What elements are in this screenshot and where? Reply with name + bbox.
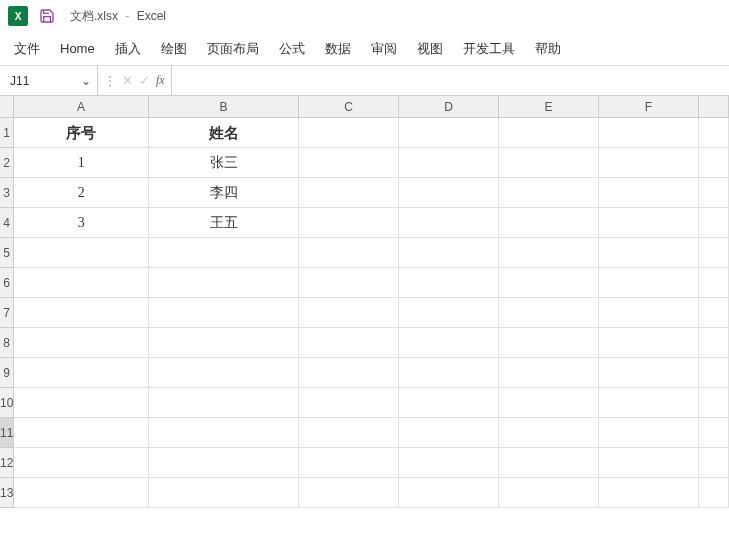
cell-B1[interactable]: 姓名 <box>149 118 299 148</box>
cell-E1[interactable] <box>499 118 599 148</box>
select-all-corner[interactable] <box>0 96 14 118</box>
cell-E5[interactable] <box>499 238 599 268</box>
cell-A5[interactable] <box>14 238 149 268</box>
cell-D3[interactable] <box>399 178 499 208</box>
cell-E8[interactable] <box>499 328 599 358</box>
row-header-8[interactable]: 8 <box>0 328 14 358</box>
column-header-E[interactable]: E <box>499 96 599 118</box>
cell-A4[interactable]: 3 <box>14 208 149 238</box>
cell-C8[interactable] <box>299 328 399 358</box>
row-header-13[interactable]: 13 <box>0 478 14 508</box>
cell-A10[interactable] <box>14 388 149 418</box>
ribbon-tab-view[interactable]: 视图 <box>417 34 443 64</box>
cell-F13[interactable] <box>599 478 699 508</box>
cell-C4[interactable] <box>299 208 399 238</box>
cell-E3[interactable] <box>499 178 599 208</box>
cell-B7[interactable] <box>149 298 299 328</box>
cell-E6[interactable] <box>499 268 599 298</box>
cell-D10[interactable] <box>399 388 499 418</box>
row-header-7[interactable]: 7 <box>0 298 14 328</box>
ribbon-tab-data[interactable]: 数据 <box>325 34 351 64</box>
cell-A3[interactable]: 2 <box>14 178 149 208</box>
cell-B12[interactable] <box>149 448 299 478</box>
cell-C6[interactable] <box>299 268 399 298</box>
formula-input[interactable] <box>172 66 729 95</box>
cell-A12[interactable] <box>14 448 149 478</box>
row-header-11[interactable]: 11 <box>0 418 14 448</box>
cell-F11[interactable] <box>599 418 699 448</box>
row-header-12[interactable]: 12 <box>0 448 14 478</box>
cell-C5[interactable] <box>299 238 399 268</box>
cell-F9[interactable] <box>599 358 699 388</box>
cell-E11[interactable] <box>499 418 599 448</box>
cell-D7[interactable] <box>399 298 499 328</box>
cell-D11[interactable] <box>399 418 499 448</box>
cell-E13[interactable] <box>499 478 599 508</box>
cell-C7[interactable] <box>299 298 399 328</box>
cell-F12[interactable] <box>599 448 699 478</box>
cell-F2[interactable] <box>599 148 699 178</box>
cell-E4[interactable] <box>499 208 599 238</box>
cell-E10[interactable] <box>499 388 599 418</box>
cell-A2[interactable]: 1 <box>14 148 149 178</box>
cell-C3[interactable] <box>299 178 399 208</box>
row-header-2[interactable]: 2 <box>0 148 14 178</box>
ribbon-tab-insert[interactable]: 插入 <box>115 34 141 64</box>
chevron-down-icon[interactable]: ⌄ <box>79 74 93 88</box>
cell-B4[interactable]: 王五 <box>149 208 299 238</box>
ribbon-tab-review[interactable]: 审阅 <box>371 34 397 64</box>
cell-D12[interactable] <box>399 448 499 478</box>
ribbon-tab-draw[interactable]: 绘图 <box>161 34 187 64</box>
cell-D4[interactable] <box>399 208 499 238</box>
cell-B10[interactable] <box>149 388 299 418</box>
cell-A11[interactable] <box>14 418 149 448</box>
column-header-F[interactable]: F <box>599 96 699 118</box>
cell-A1[interactable]: 序号 <box>14 118 149 148</box>
row-header-5[interactable]: 5 <box>0 238 14 268</box>
cell-F7[interactable] <box>599 298 699 328</box>
column-header-A[interactable]: A <box>14 96 149 118</box>
cell-A8[interactable] <box>14 328 149 358</box>
cell-F8[interactable] <box>599 328 699 358</box>
name-box[interactable]: J11 ⌄ <box>0 66 98 95</box>
cell-B13[interactable] <box>149 478 299 508</box>
cell-E7[interactable] <box>499 298 599 328</box>
column-header-B[interactable]: B <box>149 96 299 118</box>
cell-C12[interactable] <box>299 448 399 478</box>
cell-F5[interactable] <box>599 238 699 268</box>
cell-F6[interactable] <box>599 268 699 298</box>
cell-E9[interactable] <box>499 358 599 388</box>
cell-C1[interactable] <box>299 118 399 148</box>
cell-C10[interactable] <box>299 388 399 418</box>
cell-B5[interactable] <box>149 238 299 268</box>
fx-icon[interactable]: fx <box>156 73 165 88</box>
cell-B9[interactable] <box>149 358 299 388</box>
ribbon-tab-home[interactable]: Home <box>60 35 95 62</box>
cell-C9[interactable] <box>299 358 399 388</box>
ribbon-tab-formulas[interactable]: 公式 <box>279 34 305 64</box>
cell-F10[interactable] <box>599 388 699 418</box>
cell-C13[interactable] <box>299 478 399 508</box>
cell-E12[interactable] <box>499 448 599 478</box>
cell-A9[interactable] <box>14 358 149 388</box>
row-header-6[interactable]: 6 <box>0 268 14 298</box>
row-header-4[interactable]: 4 <box>0 208 14 238</box>
cancel-formula-icon[interactable]: ✕ <box>122 73 133 88</box>
row-header-10[interactable]: 10 <box>0 388 14 418</box>
cell-B6[interactable] <box>149 268 299 298</box>
ribbon-tab-developer[interactable]: 开发工具 <box>463 34 515 64</box>
cell-D2[interactable] <box>399 148 499 178</box>
cell-A6[interactable] <box>14 268 149 298</box>
cell-D8[interactable] <box>399 328 499 358</box>
cell-F3[interactable] <box>599 178 699 208</box>
column-header-C[interactable]: C <box>299 96 399 118</box>
cell-C11[interactable] <box>299 418 399 448</box>
cell-C2[interactable] <box>299 148 399 178</box>
cell-B11[interactable] <box>149 418 299 448</box>
accept-formula-icon[interactable]: ✓ <box>139 73 150 88</box>
column-header-D[interactable]: D <box>399 96 499 118</box>
cell-F1[interactable] <box>599 118 699 148</box>
cell-B8[interactable] <box>149 328 299 358</box>
cell-E2[interactable] <box>499 148 599 178</box>
cell-D9[interactable] <box>399 358 499 388</box>
